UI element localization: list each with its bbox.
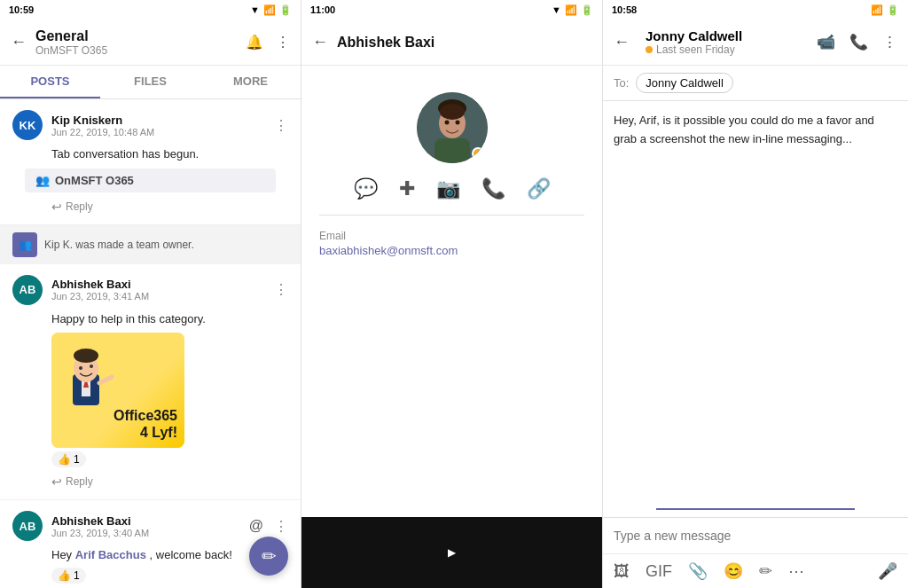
left-back-button[interactable]: ←: [11, 33, 27, 51]
middle-header-title: Abhishek Baxi: [337, 35, 591, 51]
feed-wrap: KK Kip Kniskern Jun 22, 2019, 10:48 AM ⋮…: [0, 99, 301, 588]
message-input[interactable]: [614, 525, 897, 546]
more-vert-icon[interactable]: ⋮: [276, 34, 290, 51]
svg-line-7: [99, 377, 112, 383]
post-author: Kip Kniskern: [51, 114, 274, 127]
battery-icon: 🔋: [887, 4, 899, 16]
left-time: 10:59: [9, 4, 34, 15]
contact-status: Last seen Friday: [646, 43, 810, 56]
more-icon[interactable]: ⋯: [788, 561, 804, 581]
recipient-name: Jonny Caldwell: [646, 76, 723, 90]
mic-icon[interactable]: 🎤: [878, 561, 897, 581]
post-options-icon[interactable]: ⋮: [274, 281, 288, 298]
svg-point-11: [440, 104, 465, 120]
mention-icon[interactable]: @: [249, 518, 263, 534]
sticker-figure: [57, 334, 119, 423]
post-options-icon[interactable]: ⋮: [274, 117, 288, 134]
video-bar-label: ▶: [448, 546, 456, 559]
right-back-button[interactable]: ←: [614, 33, 630, 51]
video-call-icon[interactable]: 📹: [817, 33, 835, 51]
middle-back-button[interactable]: ←: [312, 33, 328, 51]
mute-icon[interactable]: 🔔: [246, 34, 263, 51]
system-text: Kip K. was made a team owner.: [44, 239, 194, 251]
left-status-icons: ▼ 📶 🔋: [250, 4, 292, 16]
pen-icon[interactable]: ✏: [759, 561, 772, 581]
attachment-icon[interactable]: 📎: [688, 561, 708, 581]
avatar-initials: AB: [20, 520, 36, 533]
reply-button[interactable]: ↩ Reply: [51, 200, 93, 214]
post-meta: Abhishek Baxi Jun 23, 2019, 3:41 AM: [51, 278, 274, 302]
profile-email-row: Email baxiabhishek@onmsft.com: [319, 230, 584, 257]
right-header-title: Jonny Caldwell Last seen Friday: [646, 28, 810, 56]
chat-action-button[interactable]: 💬: [354, 177, 378, 200]
post-text-before: Hey: [51, 548, 75, 561]
reply-button[interactable]: ↩ Reply: [51, 474, 93, 489]
left-panel: 10:59 ▼ 📶 🔋 ← General OnMSFT O365 🔔 ⋮ PO…: [0, 0, 301, 588]
image-icon[interactable]: 🖼: [614, 562, 630, 581]
reaction-badge: 👍 1: [51, 451, 86, 467]
posts-feed: KK Kip Kniskern Jun 22, 2019, 10:48 AM ⋮…: [0, 99, 301, 588]
tab-posts[interactable]: POSTS: [0, 66, 100, 98]
avatar-initials: KK: [20, 119, 36, 132]
reaction-count: 1: [74, 569, 80, 582]
channel-tag-name: OnMSFT O365: [55, 174, 134, 187]
svg-rect-14: [434, 138, 470, 163]
email-label: Email: [319, 230, 584, 242]
reaction-emoji: 👍: [58, 569, 71, 582]
call-action-button[interactable]: 📞: [481, 177, 505, 200]
reply-icon: ↩: [51, 200, 62, 214]
post-options-icon[interactable]: ⋮: [274, 518, 288, 535]
reply-icon: ↩: [51, 474, 62, 489]
right-panel: 10:58 📶 🔋 ← Jonny Caldwell Last seen Fri…: [603, 0, 908, 588]
tab-more[interactable]: MORE: [200, 66, 301, 98]
sticker-inner: Office3654 Lyf!: [51, 333, 184, 448]
post-text: Happy to help in this category.: [51, 310, 288, 328]
wifi-icon: 📶: [871, 4, 883, 16]
chat-toolbar: 🖼 GIF 📎 😊 ✏ ⋯ 🎤: [603, 553, 908, 588]
contact-name: Jonny Caldwell: [646, 28, 810, 43]
email-value[interactable]: baxiabhishek@onmsft.com: [319, 244, 584, 257]
to-label: To:: [614, 76, 629, 90]
phone-call-icon[interactable]: 📞: [849, 33, 868, 51]
video-action-button[interactable]: 📷: [436, 177, 460, 200]
right-status-bar: 10:58 📶 🔋: [603, 0, 908, 20]
left-status-bar: 10:59 ▼ 📶 🔋: [0, 0, 301, 20]
more-vert-icon[interactable]: ⋮: [882, 33, 897, 51]
presence-dot: [472, 147, 484, 160]
profile-name-header: Abhishek Baxi: [337, 35, 591, 51]
left-header-title: General OnMSFT O365: [35, 28, 246, 57]
underline-bar: [656, 508, 855, 510]
post-time: Jun 23, 2019, 3:40 AM: [51, 528, 249, 538]
tab-files[interactable]: FILES: [100, 66, 200, 98]
middle-time: 11:00: [310, 4, 335, 15]
call-icon: 📞: [481, 177, 505, 200]
post-text-after: , welcome back!: [150, 548, 232, 561]
underline-wrap: [603, 508, 908, 517]
add-action-button[interactable]: ✚: [399, 177, 415, 200]
post-meta: Kip Kniskern Jun 22, 2019, 10:48 AM: [51, 114, 274, 137]
recipient-chip[interactable]: Jonny Caldwell: [636, 73, 732, 93]
battery-icon: 🔋: [581, 4, 593, 16]
svg-point-13: [455, 121, 459, 125]
org-action-button[interactable]: 🔗: [527, 177, 551, 200]
battery-icon: 🔋: [279, 4, 292, 16]
chat-input-bar[interactable]: [603, 517, 908, 553]
profile-actions: 💬 ✚ 📷 📞 🔗: [354, 177, 551, 200]
channel-tag: 👥 OnMSFT O365: [25, 169, 276, 192]
gif-icon[interactable]: GIF: [646, 562, 672, 581]
middle-status-bar: 11:00 ▼ 📶 🔋: [301, 0, 602, 20]
avatar-initials: AB: [20, 283, 36, 296]
sticker-text: Office3654 Lyf!: [114, 407, 177, 441]
compose-icon: ✏: [262, 545, 277, 567]
compose-fab[interactable]: ✏: [249, 537, 288, 576]
middle-header: ← Abhishek Baxi: [301, 20, 602, 66]
bottom-video-bar: ▶: [301, 517, 602, 588]
avatar: AB: [12, 275, 43, 305]
right-time: 10:58: [612, 4, 637, 15]
svg-point-6: [90, 365, 93, 368]
reaction-count: 1: [74, 453, 80, 466]
svg-point-12: [444, 121, 449, 125]
post-actions: ↩ Reply: [51, 474, 288, 489]
emoji-icon[interactable]: 😊: [724, 561, 743, 581]
system-icon: 👥: [12, 232, 37, 257]
